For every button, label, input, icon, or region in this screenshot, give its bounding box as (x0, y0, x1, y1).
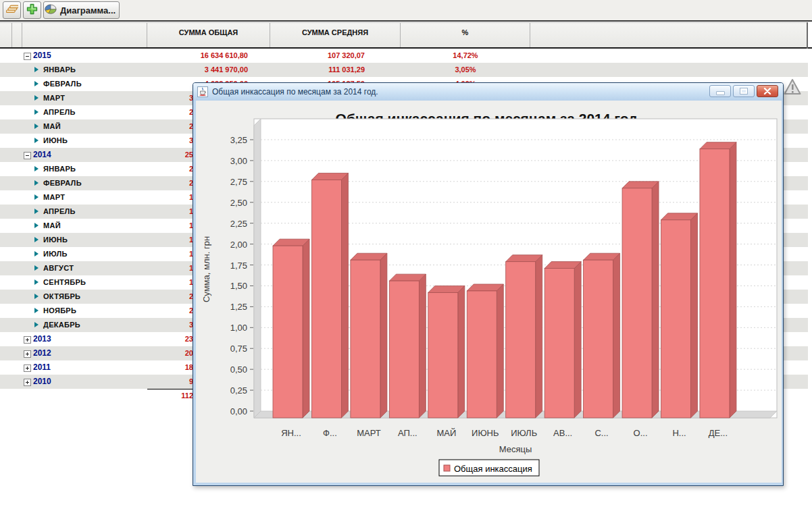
bar-АП... (389, 281, 419, 418)
y-tick-label: 0,00 (230, 406, 247, 416)
month-arrow-icon[interactable] (34, 67, 39, 72)
sum-average-value: 107 320,07 (328, 49, 365, 63)
expand-icon[interactable] (24, 379, 31, 386)
expand-icon[interactable] (24, 364, 31, 372)
year-label: 2015 (33, 49, 51, 63)
month-arrow-icon[interactable] (34, 237, 39, 242)
expand-icon[interactable] (24, 350, 31, 358)
collapse-icon[interactable] (24, 53, 31, 60)
expand-icon[interactable] (24, 336, 31, 344)
y-tick-label: 2,75 (230, 177, 247, 187)
month-label: АВГУСТ (43, 261, 74, 275)
bar-top-face (661, 213, 698, 220)
month-label: СЕНТЯБРЬ (43, 275, 86, 290)
bar-top-face (584, 253, 620, 260)
bar-side-face (341, 173, 348, 418)
x-tick-label: ЯН... (281, 428, 301, 438)
month-arrow-icon[interactable] (34, 279, 39, 285)
bar-Н... (661, 220, 691, 418)
column-header-empty (12, 23, 22, 48)
month-arrow-icon[interactable] (34, 251, 39, 256)
diagram-button-label: Диаграмма... (60, 5, 118, 16)
maximize-button[interactable] (733, 85, 755, 97)
close-icon (763, 88, 771, 94)
bar-side-face (458, 286, 465, 418)
column-header-1[interactable]: СУММА ОБЩАЯ (147, 23, 270, 48)
refresh-button[interactable] (23, 1, 41, 19)
month-arrow-icon[interactable] (34, 265, 39, 271)
close-button[interactable] (757, 85, 778, 97)
x-axis-title: Месяцы (499, 444, 532, 454)
bar-side-face (730, 142, 736, 418)
month-arrow-icon[interactable] (34, 109, 39, 115)
month-label: НОЯБРЬ (43, 304, 76, 318)
month-arrow-icon[interactable] (34, 81, 39, 86)
table-row-2015[interactable]: 201516 634 610,80107 320,0714,72% (0, 49, 808, 63)
x-tick-label: ДЕ... (709, 428, 728, 438)
sum-total-value-clipped: 112 (181, 389, 193, 403)
month-arrow-icon[interactable] (34, 308, 39, 313)
month-arrow-icon[interactable] (34, 95, 39, 101)
month-arrow-icon[interactable] (34, 294, 39, 299)
minimize-icon (716, 91, 725, 95)
bar-top-face (351, 253, 387, 260)
x-tick-label: ИЮНЬ (472, 428, 499, 438)
table-header: СУММА ОБЩАЯСУММА СРЕДНЯЯ% (0, 22, 808, 47)
bar-ЯН... (273, 246, 303, 418)
month-label: ФЕВРАЛЬ (43, 77, 82, 91)
year-label: 2012 (33, 346, 51, 360)
toolbar-separator (0, 20, 812, 22)
y-tick-label: 1,75 (230, 261, 247, 271)
month-arrow-icon[interactable] (34, 223, 39, 228)
sum-total-value: 3 441 970,00 (205, 63, 248, 77)
chart-dialog: Общая инкассация по месяцам за 2014 год.… (193, 82, 784, 486)
month-label: МАРТ (43, 190, 65, 205)
chart-panel: Общая инкассация по месяцам за 2014 год.… (196, 101, 782, 483)
bar-side-face (536, 255, 542, 418)
sum-total-value: 16 634 610,80 (201, 49, 248, 63)
month-label: МАЙ (43, 119, 61, 134)
year-label: 2010 (33, 375, 51, 389)
bar-Ф... (311, 180, 341, 418)
bar-АВ... (544, 269, 574, 418)
month-arrow-icon[interactable] (34, 138, 39, 143)
month-arrow-icon[interactable] (34, 194, 39, 200)
bar-top-face (467, 284, 503, 291)
column-header-empty (0, 23, 12, 48)
java-app-icon (197, 86, 208, 97)
x-tick-label: АП... (398, 428, 417, 438)
diagram-button[interactable]: Диаграмма... (43, 1, 120, 19)
pie-chart-icon (45, 4, 57, 16)
month-arrow-icon[interactable] (34, 322, 39, 327)
dialog-title: Общая инкассация по месяцам за 2014 год. (212, 87, 378, 97)
bar-top-face (273, 239, 309, 246)
bar-side-face (691, 213, 698, 418)
bar-chart: Общая инкассация по месяцам за 2014 год.… (196, 101, 782, 483)
month-arrow-icon[interactable] (34, 180, 39, 186)
sum-average-value: 111 031,29 (328, 63, 365, 77)
month-label: МАЙ (43, 219, 61, 233)
collapse-icon[interactable] (24, 152, 31, 159)
x-tick-label: Н... (672, 428, 686, 438)
month-label: ФЕВРАЛЬ (43, 176, 82, 190)
table-row-январь[interactable]: ЯНВАРЬ3 441 970,00111 031,293,05% (0, 63, 808, 77)
x-tick-label: С... (594, 428, 608, 438)
y-tick-label: 1,00 (230, 323, 247, 333)
dialog-titlebar[interactable]: Общая инкассация по месяцам за 2014 год. (193, 83, 783, 101)
bar-МАРТ (351, 260, 380, 418)
reports-button[interactable] (3, 1, 21, 19)
bar-ДЕ... (700, 149, 730, 418)
column-header-3[interactable]: % (401, 23, 530, 48)
month-arrow-icon[interactable] (34, 209, 39, 214)
month-label: ЯНВАРЬ (43, 162, 76, 176)
bar-side-face (380, 253, 387, 418)
x-tick-label: МАРТ (357, 428, 381, 438)
x-tick-label: ИЮЛЬ (511, 428, 537, 438)
application-window: { "toolbar": { "buttons": [ { "name": "r… (0, 0, 812, 513)
y-tick-label: 2,00 (230, 240, 247, 250)
month-arrow-icon[interactable] (34, 124, 39, 129)
bar-top-face (428, 286, 465, 292)
column-header-2[interactable]: СУММА СРЕДНЯЯ (270, 23, 401, 48)
month-arrow-icon[interactable] (34, 166, 39, 171)
minimize-button[interactable] (709, 85, 731, 97)
